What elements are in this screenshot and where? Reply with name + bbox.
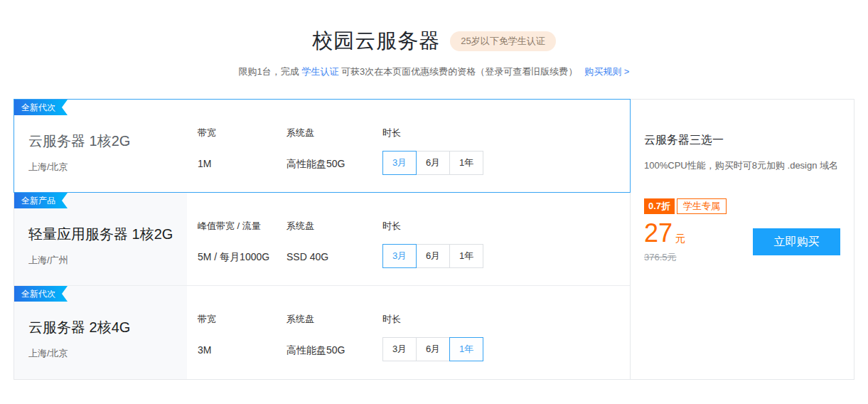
plan-name: 云服务器 2核4G — [28, 318, 187, 337]
plan-ribbon-text: 全新代次 — [21, 102, 55, 112]
spec-value: 高性能盘50G — [286, 158, 382, 171]
duration-option-button[interactable]: 3月 — [382, 337, 417, 361]
duration-button-group: 3月6月1年 — [382, 337, 539, 361]
spec-column-disk: 系统盘 高性能盘50G — [286, 100, 382, 171]
summary-title: 云服务器三选一 — [644, 133, 840, 148]
duration-option-button[interactable]: 3月 — [382, 151, 417, 175]
pricing-panel: 全新代次 云服务器 1核2G 上海/北京 带宽 1M 系统盘 高性能盘50G 时… — [14, 99, 854, 380]
spec-value: 1M — [198, 158, 286, 169]
page-header: 校园云服务器 25岁以下免学生认证 — [0, 0, 868, 55]
duration-label: 时长 — [382, 313, 539, 326]
summary-description: 100%CPU性能，购买时可8元加购 .design 域名 — [644, 157, 840, 174]
spec-column-disk: 系统盘 SSD 40G — [286, 193, 382, 262]
spec-value: SSD 40G — [286, 251, 382, 262]
plan-row[interactable]: 全新代次 云服务器 1核2G 上海/北京 带宽 1M 系统盘 高性能盘50G 时… — [14, 100, 630, 193]
duration-button-group: 3月6月1年 — [382, 151, 539, 175]
plan-region: 上海/广州 — [28, 254, 187, 267]
plan-ribbon-text: 全新产品 — [21, 196, 55, 206]
spec-column-bandwidth: 带宽 3M — [198, 286, 286, 356]
purchase-rules-link[interactable]: 购买规则 > — [584, 66, 629, 77]
duration-label: 时长 — [382, 127, 539, 139]
purchase-note: 限购1台，完成 学生认证 可获3次在本页面优惠续费的资格（登录可查看旧版续费）购… — [0, 65, 868, 78]
summary-panel: 云服务器三选一 100%CPU性能，购买时可8元加购 .design 域名 0.… — [631, 100, 854, 379]
plan-region: 上海/北京 — [28, 347, 187, 360]
duration-option-button[interactable]: 6月 — [416, 151, 450, 175]
spec-label: 系统盘 — [286, 127, 382, 139]
duration-option-button[interactable]: 6月 — [416, 244, 450, 268]
discount-badge: 0.7折 — [644, 198, 675, 214]
spec-label: 系统盘 — [286, 313, 382, 326]
buy-now-button[interactable]: 立即购买 — [753, 228, 840, 255]
page-title: 校园云服务器 — [312, 27, 440, 55]
note-text-mid: 可获3次在本页面优惠续费的资格（登录可查看旧版续费） — [338, 66, 577, 77]
plan-ribbon-text: 全新代次 — [21, 289, 55, 299]
note-text-pre: 限购1台，完成 — [239, 66, 302, 77]
plan-ribbon-badge: 全新代次 — [14, 100, 68, 115]
duration-option-button[interactable]: 3月 — [382, 244, 417, 268]
duration-option-button[interactable]: 1年 — [449, 151, 483, 175]
deal-badges: 0.7折 学生专属 — [644, 198, 840, 214]
spec-label: 带宽 — [198, 313, 286, 326]
spec-column-duration: 时长 3月6月1年 — [382, 193, 539, 268]
student-auth-link[interactable]: 学生认证 — [301, 66, 338, 77]
duration-label: 时长 — [382, 220, 539, 233]
plan-row[interactable]: 全新代次 云服务器 2核4G 上海/北京 带宽 3M 系统盘 高性能盘50G 时… — [14, 286, 630, 379]
age-exemption-badge: 25岁以下免学生认证 — [450, 31, 555, 51]
plan-ribbon-badge: 全新代次 — [14, 286, 68, 302]
student-exclusive-badge: 学生专属 — [677, 198, 727, 214]
spec-label: 峰值带宽 / 流量 — [198, 220, 286, 233]
duration-option-button[interactable]: 1年 — [449, 337, 483, 361]
spec-column-duration: 时长 3月6月1年 — [382, 100, 539, 175]
spec-column-duration: 时长 3月6月1年 — [382, 286, 539, 361]
duration-option-button[interactable]: 6月 — [416, 337, 450, 361]
duration-option-button[interactable]: 1年 — [449, 244, 483, 268]
price-value: 27 — [644, 218, 673, 248]
spec-column-bandwidth: 带宽 1M — [198, 100, 286, 169]
plan-region: 上海/北京 — [28, 161, 187, 174]
spec-value: 5M / 每月1000G — [198, 251, 286, 264]
plan-row[interactable]: 全新产品 轻量应用服务器 1核2G 上海/广州 峰值带宽 / 流量 5M / 每… — [14, 193, 630, 286]
plan-name: 轻量应用服务器 1核2G — [28, 225, 187, 244]
duration-button-group: 3月6月1年 — [382, 244, 539, 268]
plan-list: 全新代次 云服务器 1核2G 上海/北京 带宽 1M 系统盘 高性能盘50G 时… — [14, 100, 631, 379]
plan-name: 云服务器 1核2G — [28, 132, 187, 151]
spec-value: 高性能盘50G — [286, 344, 382, 357]
price-unit: 元 — [675, 233, 685, 245]
spec-column-bandwidth: 峰值带宽 / 流量 5M / 每月1000G — [198, 193, 286, 264]
spec-value: 3M — [198, 344, 286, 356]
spec-label: 带宽 — [198, 127, 286, 139]
plan-ribbon-badge: 全新产品 — [14, 193, 68, 208]
spec-label: 系统盘 — [286, 220, 382, 233]
spec-column-disk: 系统盘 高性能盘50G — [286, 286, 382, 357]
